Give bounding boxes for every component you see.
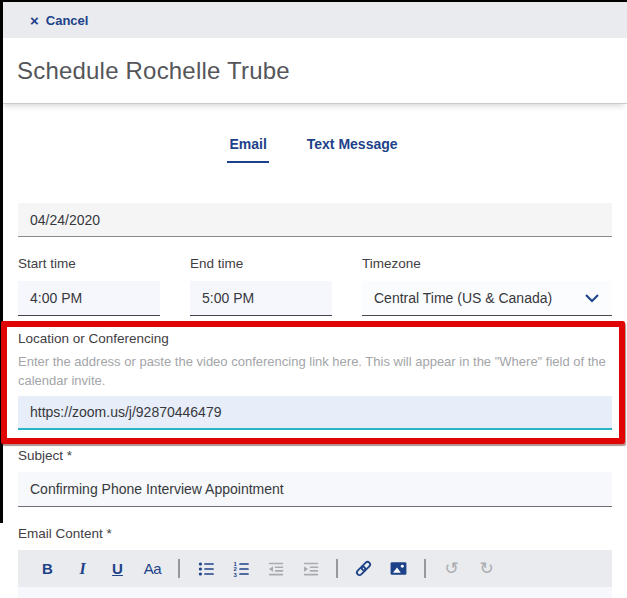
image-icon	[389, 559, 408, 578]
email-content-label: Email Content *	[18, 526, 612, 541]
numbered-list-icon: 123	[232, 560, 250, 578]
screenshot-border-left	[0, 0, 3, 523]
close-icon: ×	[30, 13, 39, 28]
location-help-text: Enter the address or paste the video con…	[18, 352, 612, 390]
page-title: Schedule Rochelle Trube	[17, 57, 290, 85]
indent-button[interactable]	[301, 558, 320, 580]
email-content-editor: B I U Aa 123	[18, 550, 612, 598]
start-time-label: Start time	[18, 256, 160, 271]
timezone-label: Timezone	[362, 256, 612, 271]
end-time-input[interactable]	[190, 281, 332, 316]
location-input[interactable]	[18, 396, 612, 430]
cancel-button[interactable]: × Cancel	[30, 13, 88, 28]
toolbar-divider	[178, 559, 180, 578]
tab-text-message[interactable]: Text Message	[305, 136, 400, 163]
italic-button[interactable]: I	[73, 558, 92, 580]
underline-button[interactable]: U	[108, 558, 127, 580]
text-style-button[interactable]: Aa	[143, 558, 162, 580]
editor-content-area[interactable]	[18, 587, 612, 598]
tab-bar: Email Text Message	[0, 136, 627, 163]
bullet-list-button[interactable]	[196, 558, 215, 580]
subject-label: Subject *	[18, 448, 612, 463]
subject-input[interactable]	[18, 472, 612, 507]
toolbar-divider	[424, 559, 426, 578]
timezone-select[interactable]: Central Time (US & Canada)	[362, 281, 612, 316]
undo-icon: ↺	[444, 560, 458, 577]
undo-button[interactable]: ↺	[442, 558, 461, 580]
time-labels-row: Start time End time Timezone	[18, 256, 612, 271]
tab-email[interactable]: Email	[227, 136, 268, 163]
timezone-value: Central Time (US & Canada)	[374, 290, 552, 306]
time-fields-row: Central Time (US & Canada)	[18, 281, 612, 316]
insert-link-button[interactable]	[354, 558, 373, 580]
chevron-down-icon	[584, 293, 600, 303]
indent-icon	[302, 560, 320, 578]
redo-icon: ↻	[479, 560, 493, 577]
outdent-button[interactable]	[266, 558, 285, 580]
cancel-label: Cancel	[46, 13, 89, 28]
location-label: Location or Conferencing	[18, 331, 612, 346]
redo-button[interactable]: ↻	[477, 558, 496, 580]
schedule-form: Start time End time Timezone Central Tim…	[18, 203, 612, 598]
top-bar: × Cancel	[0, 2, 627, 38]
editor-toolbar: B I U Aa 123	[18, 550, 612, 587]
end-time-label: End time	[190, 256, 332, 271]
header: Schedule Rochelle Trube	[0, 38, 627, 103]
link-icon	[354, 559, 373, 578]
insert-image-button[interactable]	[389, 558, 408, 580]
toolbar-divider	[336, 559, 338, 578]
location-section: Location or Conferencing Enter the addre…	[18, 331, 612, 430]
screenshot-border-top	[0, 0, 627, 2]
outdent-icon	[267, 560, 285, 578]
bullet-list-icon	[197, 560, 215, 578]
svg-text:3: 3	[233, 571, 237, 577]
bold-button[interactable]: B	[38, 558, 57, 580]
date-input[interactable]	[18, 203, 612, 237]
start-time-input[interactable]	[18, 281, 160, 316]
numbered-list-button[interactable]: 123	[231, 558, 250, 580]
